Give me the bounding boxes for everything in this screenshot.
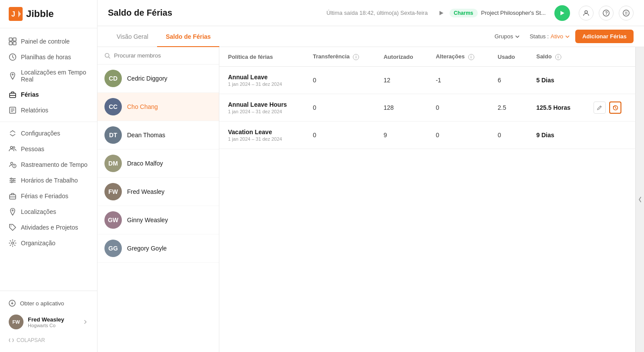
policy-name-1: Annual Leave Hours	[228, 101, 295, 108]
main-area: Saldo de Férias Última saída 18:42, últi…	[97, 0, 644, 352]
transfer-cell-1: 0	[304, 94, 375, 122]
transfer-info-icon[interactable]: i	[353, 54, 359, 60]
sidebar-item-organizacao[interactable]: Organização	[0, 235, 97, 251]
grupos-filter-button[interactable]: Grupos	[490, 30, 525, 42]
sidebar-item-ferias[interactable]: Férias	[0, 87, 97, 102]
status-label: Status :	[530, 33, 549, 40]
page-title: Saldo de Férias	[108, 8, 172, 18]
status-filter-button[interactable]: Status : Ativo	[530, 33, 570, 40]
sidebar-item-relatorios[interactable]: Relatórios	[0, 102, 97, 118]
avatar-dean: DT	[104, 126, 122, 144]
sidebar-item-localizacoes[interactable]: Localizações	[0, 204, 97, 220]
col-autorizado: Autorizado	[375, 47, 427, 67]
balance-value-2: 9 Dias	[536, 132, 554, 139]
alteracoes-info-icon[interactable]: i	[468, 54, 474, 60]
member-item-cho[interactable]: CC Cho Chang	[97, 93, 219, 121]
edit-button-1[interactable]	[594, 102, 606, 114]
status-value: Ativo	[550, 33, 563, 40]
sidebar-item-localizacoes-rt[interactable]: Localizações em Tempo Real	[0, 65, 97, 87]
add-ferias-button[interactable]: Adicionar Férias	[575, 30, 634, 43]
svg-point-25	[13, 180, 14, 181]
sidebar-bottom: Obter o aplicativo FW Fred Weasley Hogwa…	[0, 291, 97, 352]
member-name-cedric: Cedric Diggory	[127, 75, 168, 82]
svg-point-17	[11, 162, 13, 165]
timer-play-small-button[interactable]	[436, 8, 446, 18]
sidebar-label-rastreamento: Rastreamento de Tempo	[21, 161, 87, 168]
member-item-ginny[interactable]: GW Ginny Weasley	[97, 206, 219, 234]
settings-header-button[interactable]	[619, 6, 634, 20]
avatar-fred: FW	[104, 183, 122, 200]
sidebar-label-ferias: Férias	[21, 91, 39, 98]
timer-section: Charms Project Philosopher's St...	[436, 8, 546, 18]
user-profile-button[interactable]	[579, 6, 594, 20]
svg-text:J: J	[11, 10, 15, 18]
members-list: CD Cedric Diggory CC Cho Chang DT Dean T…	[97, 64, 219, 352]
member-item-cedric[interactable]: CD Cedric Diggory	[97, 64, 219, 93]
timer-badge: Charms	[449, 9, 478, 17]
current-user-name: Fred Weasley	[28, 316, 78, 323]
people-icon	[9, 145, 17, 153]
leave-table: Política de férias Transferência i Autor…	[219, 47, 635, 149]
svg-rect-3	[9, 38, 12, 41]
table-row-annual-leave: Annual Leave 1 jan 2024 – 31 dez 2024 0 …	[219, 67, 635, 94]
main-play-button[interactable]	[554, 5, 570, 21]
policy-name-0: Annual Leave	[228, 74, 295, 81]
tab-visao-geral[interactable]: Visão Geral	[108, 26, 157, 47]
svg-point-30	[11, 226, 12, 227]
autorizado-cell-1: 128	[375, 94, 427, 122]
member-name-draco: Draco Malfoy	[127, 160, 163, 167]
sidebar-item-painel[interactable]: Painel de controle	[0, 34, 97, 49]
svg-point-41	[105, 53, 109, 57]
member-item-fred[interactable]: FW Fred Weasley	[97, 178, 219, 206]
history-button-1[interactable]	[609, 102, 621, 114]
usado-cell-0: 6	[489, 67, 528, 94]
user-section[interactable]: FW Fred Weasley Hogwarts Co	[7, 310, 90, 334]
sidebar-label-localizacoes-rt: Localizações em Tempo Real	[21, 69, 88, 83]
row-actions-1	[594, 102, 627, 114]
saldo-cell-0: 5 Dias	[527, 67, 585, 94]
logo-container[interactable]: J Jibble	[0, 0, 97, 28]
alteracoes-cell-1: 0	[427, 94, 489, 122]
search-input[interactable]	[114, 52, 212, 59]
chevron-down-status-icon	[565, 34, 570, 39]
balance-value-0: 5 Dias	[536, 77, 554, 84]
chevron-right-icon	[82, 319, 88, 325]
clock-icon	[9, 53, 17, 61]
col-saldo: Saldo i	[527, 47, 585, 67]
members-panel: CD Cedric Diggory CC Cho Chang DT Dean T…	[97, 47, 219, 352]
help-button[interactable]: ?	[599, 6, 614, 20]
sidebar-item-rastreamento[interactable]: Rastreamento de Tempo	[0, 157, 97, 173]
sidebar-item-pessoas[interactable]: Pessoas	[0, 141, 97, 157]
svg-line-42	[109, 57, 111, 58]
sidebar-label-pessoas: Pessoas	[21, 146, 44, 152]
sidebar-item-atividades[interactable]: Atividades e Projetos	[0, 220, 97, 235]
sidebar-label-relatorios: Relatórios	[21, 107, 48, 114]
collapse-section[interactable]: COLAPSAR	[7, 334, 90, 347]
sidebar-item-planilhas[interactable]: Planilhas de horas	[0, 49, 97, 65]
get-app-item[interactable]: Obter o aplicativo	[7, 296, 90, 310]
sidebar-item-horarios[interactable]: Horários de Trabalho	[0, 173, 97, 188]
alteracoes-cell-0: -1	[427, 67, 489, 94]
grupos-label: Grupos	[495, 33, 513, 40]
member-name-gregory: Gregory Goyle	[127, 245, 167, 252]
svg-marker-33	[439, 11, 443, 15]
table-row-annual-leave-hours: Annual Leave Hours 1 jan 2024 – 31 dez 2…	[219, 94, 635, 122]
svg-point-24	[11, 178, 12, 179]
actions-cell-2	[585, 122, 635, 149]
actions-cell-0	[585, 67, 635, 94]
collapse-icon	[9, 338, 14, 343]
member-item-draco[interactable]: DM Draco Malfoy	[97, 149, 219, 178]
svg-point-16	[13, 147, 15, 149]
logo-text: Jibble	[26, 8, 54, 20]
nav-separator-1	[0, 122, 97, 122]
member-item-gregory[interactable]: GG Gregory Goyle	[97, 234, 219, 263]
sidebar-item-configuracoes[interactable]: Configurações	[0, 125, 97, 141]
saldo-info-icon[interactable]: i	[555, 54, 561, 60]
sidebar-item-ferias-feriados[interactable]: Férias e Feriados	[0, 188, 97, 204]
right-collapse-panel[interactable]	[635, 47, 644, 352]
tab-saldo-ferias[interactable]: Saldo de Férias	[157, 26, 219, 47]
svg-point-38	[623, 10, 629, 16]
member-item-dean[interactable]: DT Dean Thomas	[97, 121, 219, 149]
svg-rect-4	[13, 38, 16, 41]
search-box	[97, 47, 219, 64]
